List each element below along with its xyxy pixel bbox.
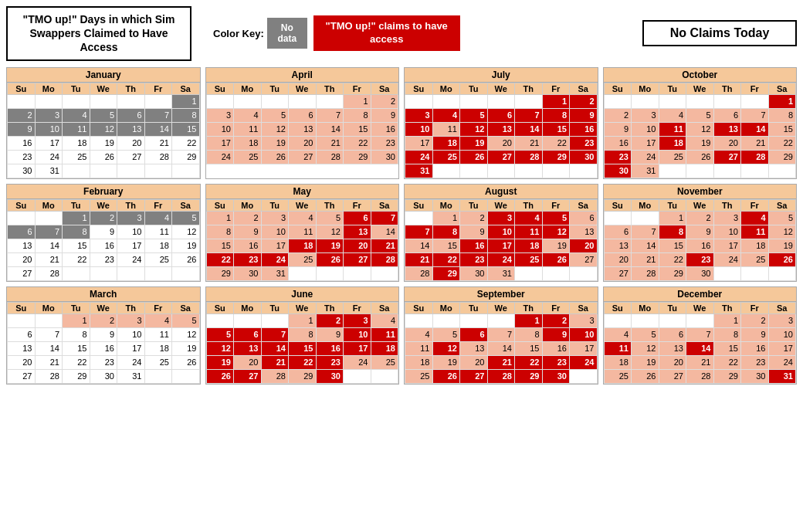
calendar-cell: 11 <box>515 225 543 239</box>
calendar-cell: 11 <box>432 122 460 136</box>
calendar-cell <box>8 94 36 108</box>
calendar-cell: 7 <box>35 225 63 239</box>
calendar-cell: 22 <box>206 252 234 266</box>
calendar-cell: 5 <box>316 211 344 225</box>
calendar-cell: 10 <box>487 225 515 239</box>
day-header-fr: Fr <box>542 302 570 313</box>
calendar-table-january: SuMoTuWeThFrSa12345678910111213141516171… <box>7 83 200 178</box>
day-header-fr: Fr <box>144 83 172 94</box>
day-header-mo: Mo <box>35 302 63 313</box>
calendar-cell: 11 <box>659 122 686 136</box>
calendar-cell <box>144 266 172 280</box>
calendar-cell: 31 <box>405 164 433 178</box>
calendar-cell: 21 <box>144 136 172 150</box>
calendar-cell: 19 <box>261 136 289 150</box>
calendar-cell: 23 <box>8 150 36 164</box>
day-header-sa: Sa <box>768 83 796 94</box>
calendar-cell: 24 <box>344 355 371 369</box>
calendar-cell: 26 <box>686 150 714 164</box>
calendar-cell: 9 <box>542 327 570 341</box>
day-header-sa: Sa <box>570 302 598 313</box>
calendar-cell <box>542 164 570 178</box>
calendar-cell: 10 <box>206 122 234 136</box>
calendar-row: 20212223242526 <box>604 252 796 266</box>
calendar-cell: 24 <box>405 150 433 164</box>
calendars-grid: JanuarySuMoTuWeThFrSa1234567891011121314… <box>6 67 797 385</box>
calendar-title-march: March <box>7 287 200 302</box>
calendar-row: 13141516171819 <box>8 341 200 355</box>
calendar-cell: 3 <box>344 313 371 327</box>
calendar-cell: 27 <box>487 150 515 164</box>
calendar-title-november: November <box>604 185 797 199</box>
calendar-cell: 8 <box>344 108 371 122</box>
calendar-cell <box>659 164 686 178</box>
calendar-cell: 23 <box>542 355 570 369</box>
calendar-cell: 7 <box>405 225 433 239</box>
calendar-cell: 4 <box>604 327 632 341</box>
day-header-su: Su <box>8 199 36 211</box>
calendar-cell: 19 <box>460 136 488 150</box>
calendar-cell: 5 <box>432 327 460 341</box>
calendar-cell: 15 <box>768 122 796 136</box>
calendar-cell: 6 <box>234 327 262 341</box>
calendar-cell: 17 <box>117 341 145 355</box>
calendar-cell: 4 <box>63 108 90 122</box>
calendar-row: 18192021222324 <box>405 355 598 369</box>
calendar-cell <box>90 266 117 280</box>
day-header-tu: Tu <box>460 302 488 313</box>
calendar-cell: 14 <box>261 341 289 355</box>
calendar-cell: 8 <box>659 225 686 239</box>
calendar-table-july: SuMoTuWeThFrSa12345678910111213141516171… <box>405 83 598 178</box>
calendar-cell: 27 <box>234 369 262 383</box>
calendar-row: 2728293031 <box>8 369 200 383</box>
calendar-cell: 4 <box>659 108 686 122</box>
calendar-cell: 6 <box>117 108 145 122</box>
header-title: "TMO up!" Days in which Sim Swappers Cla… <box>6 6 191 61</box>
day-header-mo: Mo <box>632 302 659 313</box>
calendar-cell: 17 <box>768 341 796 355</box>
calendar-cell: 18 <box>432 136 460 150</box>
calendar-cell: 2 <box>686 211 714 225</box>
calendar-cell <box>570 266 598 280</box>
calendar-cell: 13 <box>659 341 686 355</box>
calendar-november: NovemberSuMoTuWeThFrSa123456789101112131… <box>603 184 798 282</box>
calendar-cell: 12 <box>632 341 659 355</box>
calendar-cell: 10 <box>632 122 659 136</box>
calendar-cell: 6 <box>604 225 632 239</box>
calendar-row: 12 <box>405 94 598 108</box>
calendar-cell: 20 <box>117 136 145 150</box>
calendar-cell: 3 <box>206 108 234 122</box>
day-header-mo: Mo <box>35 83 63 94</box>
calendar-cell: 14 <box>144 122 172 136</box>
day-header-sa: Sa <box>570 199 598 211</box>
calendar-cell <box>117 266 145 280</box>
calendar-cell: 13 <box>117 122 145 136</box>
day-header-sa: Sa <box>172 302 200 313</box>
day-header-tu: Tu <box>63 199 90 211</box>
calendar-cell: 18 <box>144 341 172 355</box>
calendar-cell: 20 <box>713 136 741 150</box>
calendar-row: 6789101112 <box>604 225 796 239</box>
calendar-cell: 22 <box>63 252 90 266</box>
calendar-cell: 24 <box>570 355 598 369</box>
calendar-cell: 18 <box>659 136 686 150</box>
calendar-april: AprilSuMoTuWeThFrSa123456789101112131415… <box>205 67 400 179</box>
calendar-cell: 29 <box>713 369 741 383</box>
calendar-cell: 23 <box>90 252 117 266</box>
day-header-th: Th <box>515 199 543 211</box>
calendar-cell <box>35 94 63 108</box>
calendar-cell: 16 <box>604 136 632 150</box>
calendar-cell <box>768 164 796 178</box>
calendar-cell: 6 <box>570 211 598 225</box>
calendar-cell: 3 <box>570 313 598 327</box>
calendar-cell: 3 <box>35 108 63 122</box>
calendar-cell: 2 <box>316 313 344 327</box>
calendar-row: 28293031 <box>405 266 598 280</box>
calendar-cell: 7 <box>371 211 398 225</box>
calendar-cell: 12 <box>206 341 234 355</box>
calendar-row: 16171819202122 <box>8 136 200 150</box>
day-header-tu: Tu <box>460 199 488 211</box>
calendar-row: 11121314151617 <box>604 341 796 355</box>
calendar-cell: 2 <box>371 94 398 108</box>
calendar-cell: 25 <box>405 369 433 383</box>
